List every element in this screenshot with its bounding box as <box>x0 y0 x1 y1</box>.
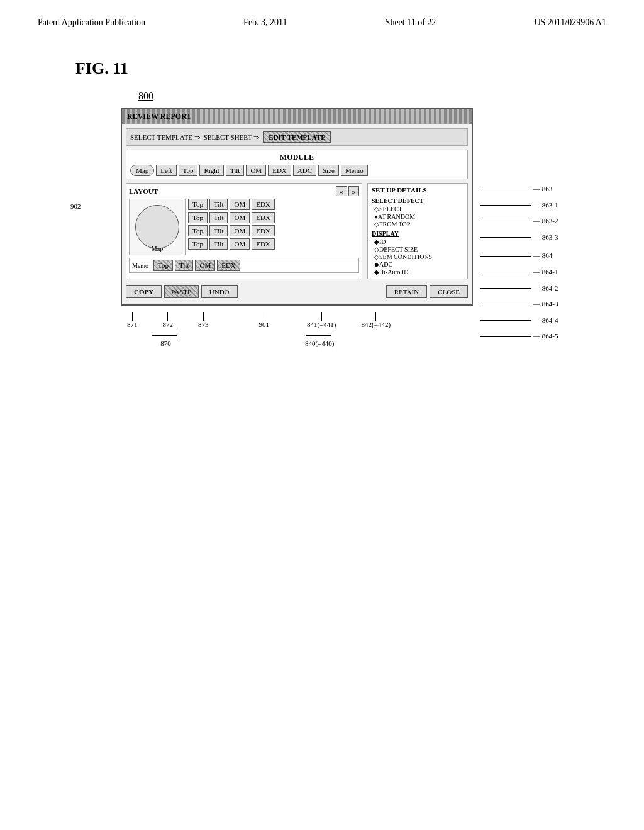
row4-top[interactable]: Top <box>188 238 208 250</box>
row4-om[interactable]: OM <box>230 238 250 250</box>
fig-ref-number: 800 <box>138 91 644 102</box>
module-btn-adc[interactable]: ADC <box>293 165 316 176</box>
select-defect-item-2: ●AT RANDOM <box>372 213 464 220</box>
undo-button[interactable]: UNDO <box>201 285 238 298</box>
map-circle <box>135 205 179 249</box>
ref-871-group: 871 <box>127 312 138 328</box>
map-container: Map <box>129 199 186 255</box>
row1-tilt[interactable]: Tilt <box>209 199 228 210</box>
ref-863-label: — 863 <box>533 184 552 195</box>
display-item-1: ◆ID <box>372 238 464 245</box>
layout-nav-right[interactable]: » <box>348 186 360 196</box>
side-ref-863: — 863 <box>480 184 558 195</box>
memo-top-btn[interactable]: Top <box>153 260 173 271</box>
map-label: Map <box>152 245 163 252</box>
bottom-refs: 871 872 873 901 841(=441) 842(=442) <box>121 312 599 347</box>
ref-842-group: 842(=442) <box>362 312 391 328</box>
module-btn-edx[interactable]: EDX <box>268 165 291 176</box>
nav-bar: SELECT TEMPLATE ⇒ SELECT SHEET ⇒ EDIT TE… <box>126 128 468 146</box>
module-btn-left[interactable]: Left <box>156 165 176 176</box>
header-left: Patent Application Publication <box>38 18 145 28</box>
module-btn-tilt[interactable]: Tilt <box>226 165 245 176</box>
memo-om-btn[interactable]: OM <box>195 260 215 271</box>
ref-864-label: — 864 <box>533 250 552 262</box>
ref-840-group: 840(=440) <box>305 331 335 347</box>
main-body: LAYOUT « » Map <box>126 183 468 279</box>
ref-863-2-label: — 863-2 <box>533 216 558 227</box>
module-section: MODULE Map Left Top Right Tilt OM EDX AD… <box>126 150 468 179</box>
module-btn-map[interactable]: Map <box>130 165 154 176</box>
layout-row-3: Top Tilt OM EDX <box>188 225 359 236</box>
layout-row-4: Top Tilt OM EDX <box>188 238 359 250</box>
side-ref-863-1: — 863-1 <box>480 200 558 211</box>
select-defect-item-1: ◇SELECT <box>372 206 464 213</box>
row4-tilt[interactable]: Tilt <box>209 238 228 250</box>
row1-edx[interactable]: EDX <box>252 199 275 210</box>
ref-863-1-label: — 863-1 <box>533 200 558 211</box>
patent-header: Patent Application Publication Feb. 3, 2… <box>0 0 644 34</box>
side-ref-864-3: — 864-3 <box>480 299 558 310</box>
ref-873: 873 <box>198 321 209 328</box>
ref-864-3-label: — 864-3 <box>533 299 558 310</box>
select-defect-title: SELECT DEFECT <box>372 197 464 204</box>
edit-template-button[interactable]: EDIT TEMPLATE <box>263 131 331 143</box>
ref-840: 840(=440) <box>305 340 335 347</box>
module-btn-right[interactable]: Right <box>199 165 223 176</box>
ref-841-group: 841(=441) <box>307 312 336 328</box>
ref-841: 841(=441) <box>307 321 336 328</box>
side-ref-864-2: — 864-2 <box>480 283 558 294</box>
ref-901: 901 <box>259 321 270 328</box>
module-btn-size[interactable]: Size <box>318 165 339 176</box>
ref-901-group: 901 <box>259 312 270 328</box>
row2-tilt[interactable]: Tilt <box>209 212 228 223</box>
window-content: SELECT TEMPLATE ⇒ SELECT SHEET ⇒ EDIT TE… <box>122 124 472 304</box>
memo-tilt-btn[interactable]: Tilt <box>175 260 194 271</box>
review-window: REVIEW REPORT SELECT TEMPLATE ⇒ SELECT S… <box>121 108 473 306</box>
ref-872: 872 <box>163 321 174 328</box>
setup-title: SET UP DETAILS <box>372 186 464 194</box>
paste-button[interactable]: PASTE <box>164 285 199 298</box>
row1-top[interactable]: Top <box>188 199 208 210</box>
fig-title: FIG. 11 <box>75 59 644 78</box>
row3-edx[interactable]: EDX <box>252 225 275 236</box>
layout-title: LAYOUT <box>129 187 158 195</box>
row2-top[interactable]: Top <box>188 212 208 223</box>
ref-863-3-label: — 863-3 <box>533 232 558 243</box>
memo-label: Memo <box>132 262 151 269</box>
side-ref-864-1: — 864-1 <box>480 267 558 278</box>
row3-tilt[interactable]: Tilt <box>209 225 228 236</box>
close-button[interactable]: CLOSE <box>430 285 468 298</box>
row-buttons-container: Top Tilt OM EDX Top Tilt OM EDX <box>188 199 359 255</box>
ref-842: 842(=442) <box>362 321 391 328</box>
module-btn-memo[interactable]: Memo <box>341 165 368 176</box>
left-annotation-902: 902 <box>70 202 81 210</box>
layout-nav-left[interactable]: « <box>336 186 347 196</box>
module-btn-om[interactable]: OM <box>246 165 266 176</box>
layout-row-2: Top Tilt OM EDX <box>188 212 359 223</box>
module-btn-top[interactable]: Top <box>179 165 198 176</box>
setup-section: SET UP DETAILS SELECT DEFECT ◇SELECT ●AT… <box>367 183 468 279</box>
header-patent: US 2011/029906 A1 <box>534 18 606 28</box>
select-template-label: SELECT TEMPLATE ⇒ <box>130 133 200 141</box>
memo-edx-btn[interactable]: EDX <box>217 260 240 271</box>
memo-buttons: Top Tilt OM EDX <box>153 260 240 271</box>
module-buttons: Map Left Top Right Tilt OM EDX ADC Size … <box>130 165 464 176</box>
select-sheet-label: SELECT SHEET ⇒ <box>204 133 260 141</box>
row2-om[interactable]: OM <box>230 212 250 223</box>
copy-button[interactable]: COPY <box>126 285 162 298</box>
layout-nav-buttons: « » <box>336 186 359 196</box>
layout-header: LAYOUT « » <box>129 186 359 196</box>
row2-edx[interactable]: EDX <box>252 212 275 223</box>
row3-top[interactable]: Top <box>188 225 208 236</box>
layout-section: LAYOUT « » Map <box>126 183 362 279</box>
module-title: MODULE <box>130 153 464 162</box>
layout-row-1: Top Tilt OM EDX <box>188 199 359 210</box>
side-ref-863-2: — 863-2 <box>480 216 558 227</box>
display-item-3: ◇SEM CONDITIONS <box>372 253 464 260</box>
row4-edx[interactable]: EDX <box>252 238 275 250</box>
row1-om[interactable]: OM <box>230 199 250 210</box>
row3-om[interactable]: OM <box>230 225 250 236</box>
bottom-refs-row1: 871 872 873 901 841(=441) 842(=442) <box>127 312 599 328</box>
ref-871: 871 <box>127 321 138 328</box>
retain-button[interactable]: RETAIN <box>386 285 427 298</box>
